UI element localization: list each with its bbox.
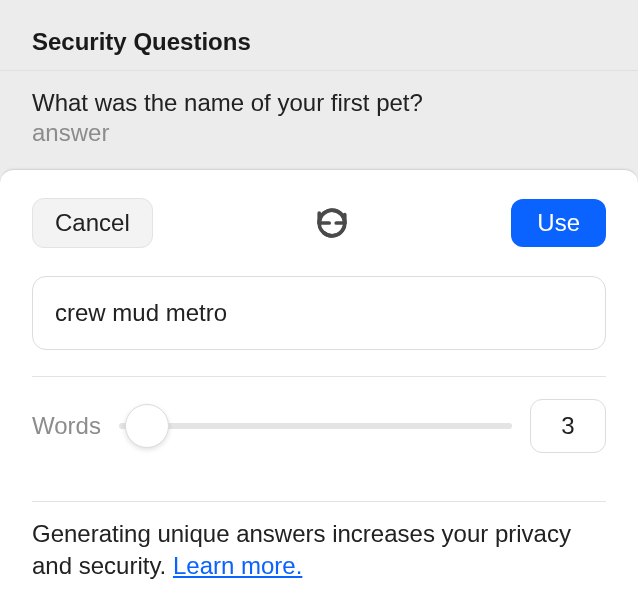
cancel-button[interactable]: Cancel <box>32 198 153 248</box>
section-header: Security Questions <box>0 0 638 70</box>
section-title: Security Questions <box>32 28 606 56</box>
use-button[interactable]: Use <box>511 199 606 247</box>
words-slider[interactable] <box>119 402 512 450</box>
info-text: Generating unique answers increases your… <box>32 502 606 583</box>
regenerate-icon[interactable] <box>315 206 349 240</box>
slider-track <box>119 423 512 429</box>
words-count-input[interactable] <box>530 399 606 453</box>
slider-thumb[interactable] <box>125 404 169 448</box>
words-slider-row: Words <box>32 377 606 475</box>
generator-panel: Cancel Use Words <box>0 169 638 602</box>
question-block: What was the name of your first pet? ans… <box>0 70 638 165</box>
answer-field-placeholder[interactable]: answer <box>32 119 606 147</box>
action-row: Cancel Use <box>32 198 606 248</box>
learn-more-link[interactable]: Learn more. <box>173 552 302 579</box>
generated-answer-input[interactable] <box>32 276 606 350</box>
security-question-text: What was the name of your first pet? <box>32 89 606 117</box>
words-label: Words <box>32 412 101 440</box>
